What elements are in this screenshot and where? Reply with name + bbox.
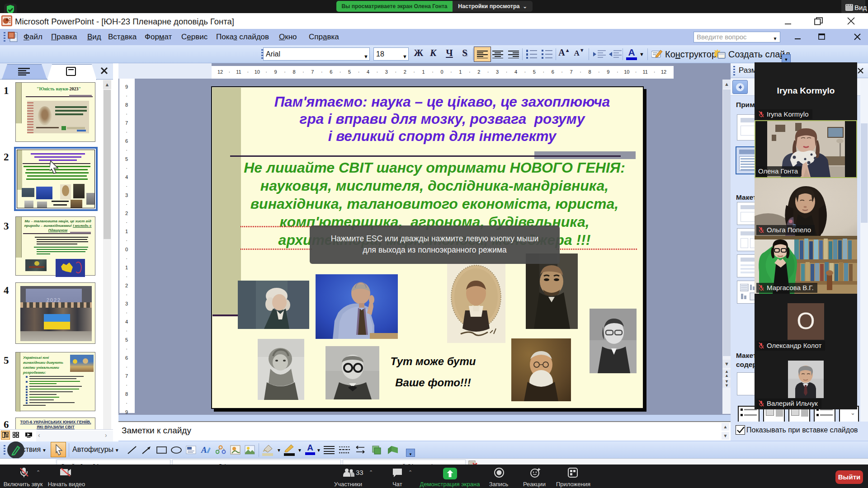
svg-text:A: A bbox=[201, 445, 207, 455]
